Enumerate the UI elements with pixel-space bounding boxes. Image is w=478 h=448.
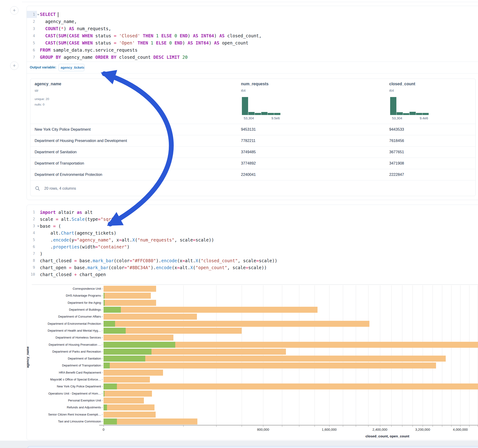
fold-chevron-icon[interactable] [37, 226, 39, 227]
y-tick-label: Personal Exemption Unit [0, 399, 101, 402]
table-cell: 2240041 [241, 172, 256, 177]
y-tick-label: Department of Transportation [0, 364, 101, 367]
search-icon[interactable] [35, 186, 40, 191]
code-line[interactable]: 1import altair as alt [27, 209, 478, 216]
bar-closed-count [104, 293, 151, 299]
bar-open-count [104, 404, 107, 411]
y-tick-label: DHS Advantage Programs [0, 294, 101, 297]
table-cell: Department of Environmental Protection [35, 172, 102, 177]
bar-closed-count [104, 335, 173, 341]
line-number: 7 [27, 54, 37, 61]
line-number: 6 [27, 47, 37, 54]
line-number: 7 [27, 250, 37, 257]
fold-chevron-icon[interactable] [37, 14, 39, 15]
x-tick [402, 425, 402, 427]
y-tick [102, 345, 103, 345]
code-line[interactable]: 1SELECT [27, 11, 478, 18]
y-tick [102, 331, 103, 331]
notebook-page: + + 1SELECT2 agency_name,3 COUNT(*) AS n… [0, 0, 478, 448]
x-tick-label: 2,400,000 [372, 428, 387, 431]
bar-open-count [104, 293, 104, 299]
code-line[interactable]: 5 .encode(y="agency_name", x=alt.X("num_… [27, 236, 478, 243]
y-tick-label: Department of Consumer Affairs [0, 315, 101, 318]
code-line[interactable]: 4 alt.Chart(agency_tickets) [27, 230, 478, 236]
x-tick [242, 425, 242, 427]
code-line[interactable]: 6FROM sample_data.nyc.service_requests [27, 47, 478, 54]
code-line[interactable]: 7) [27, 250, 478, 257]
table-row[interactable]: Department of Housing Preservation and D… [31, 135, 475, 146]
y-tick-label: Mayorâ€ s Office of Special Enforce… [0, 378, 101, 381]
code-line[interactable]: 3base = ( [27, 223, 478, 230]
line-number: 1 [27, 11, 37, 18]
bar-open-count [104, 356, 145, 361]
table-cell: Department of Housing Preservation and D… [35, 138, 127, 143]
y-tick-label: Correspondence Unit [0, 287, 101, 290]
bar-open-count [104, 384, 117, 389]
table-row[interactable]: Department of Environmental Protection22… [31, 169, 475, 180]
column-header[interactable]: num_requests [241, 81, 269, 87]
code-line[interactable]: 10chart_closed + chart_open [27, 271, 478, 278]
x-tick [356, 425, 356, 427]
code-line[interactable]: 9chart_open = base.mark_bar(color="#8BC3… [27, 264, 478, 271]
output-variable-pill[interactable]: agency_tickets [59, 64, 84, 71]
line-number: 5 [27, 236, 37, 243]
code-line[interactable]: 8chart_closed = base.mark_bar(color="#FF… [27, 257, 478, 264]
y-tick [102, 338, 103, 338]
bar-closed-count [104, 412, 156, 417]
x-tick [329, 425, 329, 427]
y-tick-label: Taxi and Limousine Commission [0, 420, 101, 423]
table-footer: 20 rows, 4 columns [31, 180, 475, 196]
y-axis-title: agency_name [26, 346, 30, 368]
code-line[interactable]: 5 CAST(SUM(CASE WHEN status = 'Open' THE… [27, 39, 478, 47]
x-tick [343, 425, 343, 427]
x-tick [423, 425, 423, 427]
line-number: 3 [27, 25, 37, 32]
histogram-min-label: 53,304 [392, 116, 402, 120]
bar-closed-count [104, 300, 156, 306]
bar-closed-count [104, 377, 150, 383]
line-number: 6 [27, 243, 37, 250]
bar-open-count [104, 362, 110, 368]
python-code-editor[interactable]: 1import altair as alt2scale = alt.Scale(… [27, 209, 478, 278]
x-tick-label: 800,000 [257, 428, 269, 431]
bar-closed-count [104, 398, 144, 404]
add-cell-button[interactable]: + [10, 6, 19, 14]
y-tick [102, 373, 103, 373]
column-stat: unique: 20 [35, 97, 49, 101]
code-line[interactable]: 4 CAST(SUM(CASE WHEN status = 'Closed' T… [27, 32, 478, 39]
x-tick [263, 425, 263, 427]
bar-closed-count [104, 384, 478, 389]
x-tick [282, 425, 282, 427]
table-row[interactable]: New York City Police Department945313194… [31, 124, 475, 135]
y-tick [102, 407, 103, 408]
code-line[interactable]: 6 .properties(width="container") [27, 243, 478, 250]
code-line[interactable]: 3 COUNT(*) AS num_requests, [27, 25, 478, 32]
table-cell: 3471908 [389, 161, 404, 165]
next-cell-top-edge [28, 446, 478, 448]
column-header[interactable]: agency_name [35, 81, 61, 87]
bar-closed-count [104, 404, 155, 411]
result-table: 20 rows, 4 columns agency_namestrunique:… [30, 79, 476, 196]
x-tick [380, 425, 380, 427]
bar-open-count [104, 300, 105, 306]
previous-cell-divider [22, 2, 478, 2]
table-cell: 9443533 [389, 127, 404, 132]
line-number: 1 [27, 209, 37, 216]
sql-code-editor[interactable]: 1SELECT2 agency_name,3 COUNT(*) AS num_r… [27, 11, 478, 61]
line-number: 2 [27, 18, 37, 25]
y-tick-label: Department of Homeless Services [0, 336, 101, 339]
bar-open-count [104, 391, 104, 397]
y-tick-label: HRA Benefit Card Replacement [0, 371, 101, 374]
bar-open-count [104, 342, 175, 348]
code-line[interactable]: 2 agency_name, [27, 18, 478, 25]
table-row[interactable]: Department of Sanitation37494853677651 [31, 146, 475, 158]
code-line[interactable]: 7GROUP BY agency_name ORDER BY closed_co… [27, 54, 478, 61]
table-cell: 9453131 [241, 127, 256, 132]
x-tick [299, 425, 299, 427]
text-cursor [58, 12, 58, 17]
histogram-max-label: 9.5e6 [271, 116, 280, 120]
column-header[interactable]: closed_count [389, 81, 415, 87]
code-line[interactable]: 2scale = alt.Scale(type="sqrt") [27, 216, 478, 223]
table-row[interactable]: Department of Transportation377489234719… [31, 158, 475, 169]
add-cell-button[interactable]: + [10, 62, 19, 70]
